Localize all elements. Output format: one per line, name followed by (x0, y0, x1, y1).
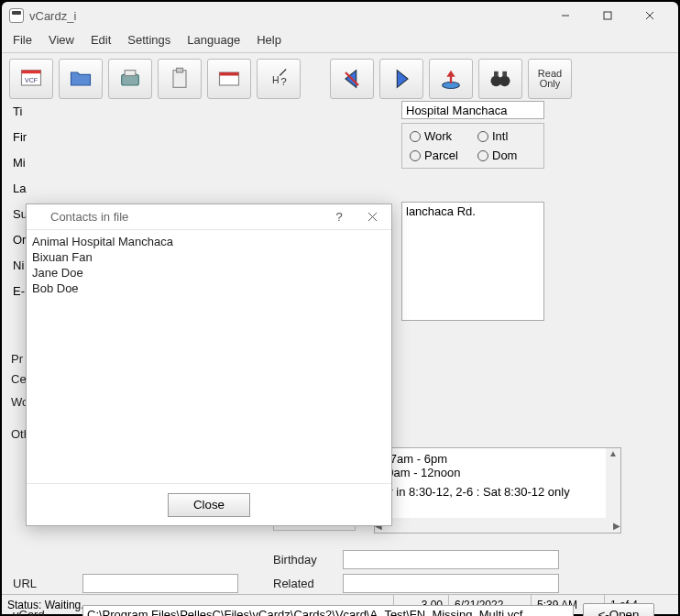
menu-file[interactable]: File (13, 33, 32, 47)
open-button[interactable]: <-Open (583, 603, 654, 616)
app-icon (9, 8, 24, 23)
address-field[interactable]: lanchaca Rd. (401, 202, 544, 321)
titlebar: vCardz_i (2, 2, 678, 29)
radio-intl[interactable]: Intl (477, 129, 536, 143)
menu-edit[interactable]: Edit (91, 33, 111, 47)
radio-work[interactable]: Work (410, 129, 468, 143)
menu-help[interactable]: Help (257, 33, 281, 47)
list-item[interactable]: Animal Hospital Manchaca (32, 234, 386, 249)
form-area: Ti Fir Mi La Su Or Ni E- Hospital Mancha… (2, 101, 678, 594)
note-scroll-v[interactable]: ▲ (606, 448, 620, 518)
svg-text:?: ? (280, 75, 287, 87)
label-birthday: Birthday (273, 553, 334, 566)
svg-rect-20 (502, 72, 507, 77)
svg-point-18 (499, 76, 510, 87)
label-title: Ti (13, 104, 27, 121)
svg-rect-5 (22, 71, 41, 74)
dialog-icon (32, 211, 45, 224)
label-related: Related (273, 577, 334, 590)
toolbar-upload-icon[interactable] (429, 59, 473, 99)
vcard-path-input[interactable] (82, 605, 574, 617)
toolbar-readonly-button[interactable]: Read Only (528, 59, 572, 99)
list-item[interactable]: Bob Doe (32, 280, 386, 296)
svg-rect-10 (177, 68, 183, 72)
toolbar-next-icon[interactable] (379, 59, 423, 99)
svg-rect-12 (220, 72, 239, 76)
dialog-close-button[interactable] (358, 206, 386, 228)
minimize-button[interactable] (544, 3, 587, 28)
related-input[interactable] (343, 574, 559, 593)
dialog-close-btn[interactable]: Close (168, 493, 250, 517)
main-window: vCardz_i File View Edit Settings Languag… (2, 2, 678, 614)
svg-rect-19 (494, 72, 499, 77)
svg-text:VCF: VCF (25, 77, 38, 83)
menubar: File View Edit Settings Language Help (2, 29, 678, 53)
label-last: La (13, 182, 27, 198)
menu-language[interactable]: Language (187, 33, 240, 47)
note-scroll-h[interactable]: ◀▶ (375, 518, 620, 533)
address-type-group: Work Intl Parcel Dom (401, 123, 544, 169)
svg-rect-1 (604, 12, 611, 19)
toolbar-prev-icon[interactable] (330, 59, 374, 99)
svg-rect-8 (125, 71, 136, 76)
dialog-title: Contacts in file (50, 210, 128, 224)
contacts-dialog: Contacts in file ? Animal Hospital Manch… (26, 204, 392, 526)
toolbar-help-icon[interactable]: H? (257, 59, 301, 99)
title-field[interactable]: Hospital Manchaca (401, 101, 544, 119)
url-input[interactable] (82, 574, 238, 593)
maximize-button[interactable] (587, 3, 629, 28)
close-button[interactable] (629, 3, 671, 28)
toolbar-folder-icon[interactable] (59, 59, 103, 99)
dialog-titlebar: Contacts in file ? (27, 204, 391, 230)
toolbar-vcf-icon[interactable]: VCF (9, 59, 53, 99)
toolbar-clipboard-icon[interactable] (158, 59, 202, 99)
toolbar-binoculars-icon[interactable] (478, 59, 522, 99)
radio-parcel[interactable]: Parcel (410, 148, 468, 162)
birthday-input[interactable] (343, 550, 559, 569)
label-first: Fir (13, 130, 27, 147)
contacts-list[interactable]: Animal Hospital Manchaca Bixuan Fan Jane… (27, 230, 391, 483)
label-middle: Mi (13, 156, 27, 172)
menu-settings[interactable]: Settings (127, 33, 170, 47)
list-item[interactable]: Jane Doe (32, 265, 386, 280)
toolbar-card-icon[interactable] (207, 59, 251, 99)
app-title: vCardz_i (29, 9, 544, 23)
toolbar-typewriter-icon[interactable] (108, 59, 152, 99)
dialog-help-button[interactable]: ? (325, 206, 353, 228)
right-column: Hospital Manchaca Work Intl Parcel Dom (401, 101, 658, 169)
menu-view[interactable]: View (49, 33, 74, 47)
label-vcard: vCard (13, 608, 73, 617)
radio-dom[interactable]: Dom (477, 148, 536, 162)
list-item[interactable]: Bixuan Fan (32, 249, 386, 265)
svg-rect-7 (122, 74, 139, 85)
svg-text:H: H (272, 74, 280, 85)
note-textarea[interactable]: ri 7am - 6pm 30am - 12noon Dr in 8:30-12… (374, 447, 621, 534)
toolbar: VCF H? Read Only (2, 53, 678, 101)
label-url: URL (13, 577, 73, 590)
